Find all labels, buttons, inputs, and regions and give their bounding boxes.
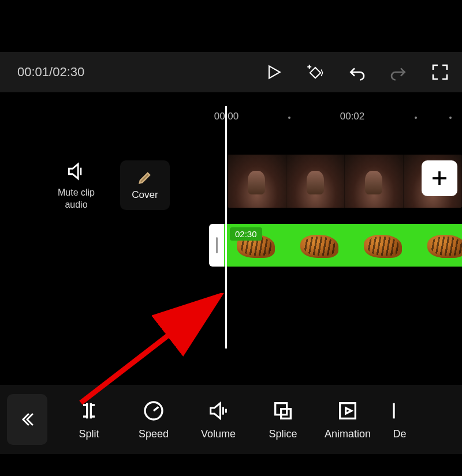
tool-split[interactable]: Split [57,399,121,440]
mute-clip-audio-button[interactable]: Mute clip audio [52,160,100,211]
pencil-icon [137,170,153,186]
redo-button[interactable] [388,62,409,83]
cover-button[interactable]: Cover [120,160,170,210]
speaker-icon [65,160,87,182]
bottom-toolbar: Split Speed Volume Splice Animation De [0,385,462,454]
ruler-tick-dot [449,117,452,119]
add-keyframe-button[interactable] [305,62,326,83]
tool-speed[interactable]: Speed [121,399,186,440]
svg-line-12 [154,407,158,411]
splice-icon [271,399,295,422]
tool-animation[interactable]: Animation [315,399,380,440]
timeline-ruler[interactable]: 00:00 00:02 [0,106,462,132]
playhead[interactable] [225,106,227,348]
fullscreen-button[interactable] [430,62,450,83]
ruler-tick-dot [288,117,290,119]
clip-left-handle[interactable] [209,224,224,267]
svg-marker-3 [310,68,321,78]
add-clip-button[interactable] [422,160,457,196]
playback-controls-bar: 00:01/02:30 [0,52,462,92]
undo-button[interactable] [346,62,367,83]
animation-icon [336,399,359,422]
volume-icon [207,399,230,422]
back-button[interactable] [7,394,47,445]
delete-icon [388,399,411,422]
overlay-track[interactable]: 02:30 [209,224,462,267]
play-button[interactable] [263,62,284,83]
time-display: 00:01/02:30 [17,65,263,80]
tool-splice[interactable]: Splice [251,399,315,440]
ruler-tick-dot [415,117,417,119]
speed-icon [142,399,165,422]
svg-marker-0 [269,66,280,78]
svg-marker-18 [346,408,352,414]
clip-duration-badge: 02:30 [230,227,262,241]
split-icon [77,399,100,422]
tool-volume[interactable]: Volume [186,399,251,440]
tool-delete[interactable]: De [380,399,419,440]
ruler-tick-label: 00:02 [340,111,365,122]
